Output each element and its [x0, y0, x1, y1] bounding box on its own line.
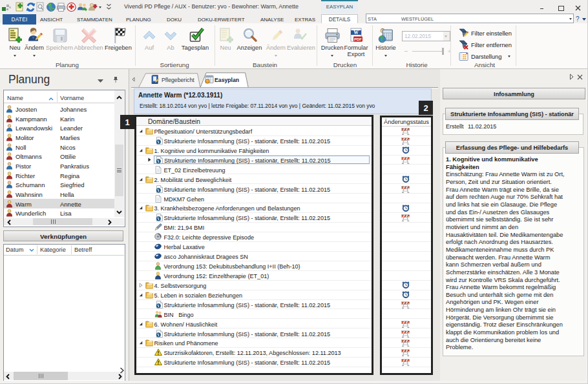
svg-text:W: W [353, 30, 359, 35]
svg-text:PDF: PDF [354, 37, 362, 41]
